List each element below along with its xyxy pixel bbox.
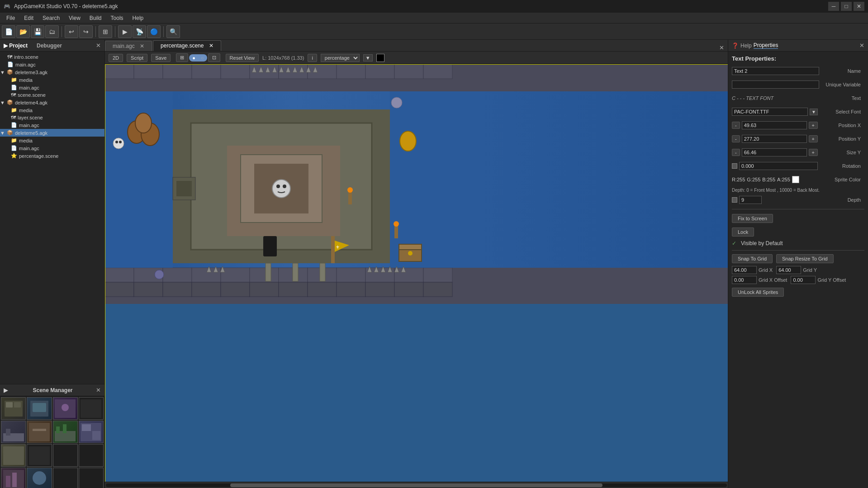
prop-sizey-inc[interactable]: + [809,149,818,156]
toolbar-play[interactable]: ▶ [118,25,132,38]
toolbar-save2[interactable]: 🗂 [45,25,59,38]
scene-thumb-4[interactable] [79,397,104,420]
info-btn[interactable]: i [308,54,317,62]
prop-snap-grid-btn[interactable]: Snap To Grid [732,254,773,263]
prop-sizey-dec[interactable]: - [732,149,740,156]
scrollbar-thumb-h[interactable] [230,483,603,487]
prop-posx-inc[interactable]: + [809,122,818,129]
viewport[interactable]: ⚜ [105,64,728,482]
tree-item-media-3[interactable]: 📁 media [0,137,104,144]
viewport-save-btn[interactable]: Save [151,54,171,62]
tree-item-intro-scene[interactable]: 🗺 intro.scene [0,53,104,61]
scene-manager-close[interactable]: ✕ [96,387,101,393]
toolbar-open[interactable]: 📂 [16,25,30,38]
prop-posy-dec[interactable]: - [732,135,740,142]
tree-item-deleteme5[interactable]: ▼ 📦 deleteme5.agk [0,129,104,137]
toolbar-undo[interactable]: ↩ [65,25,78,38]
scene-thumb-8[interactable] [79,421,104,443]
scene-thumb-16[interactable] [79,468,104,488]
tree-item-media-2[interactable]: 📁 media [0,106,104,114]
prop-posx-input[interactable] [742,121,807,129]
prop-gridxoffset-input[interactable] [732,276,757,284]
menu-build[interactable]: Build [85,14,106,22]
menu-search[interactable]: Search [38,14,64,22]
project-panel-close[interactable]: ✕ [96,42,101,49]
tree-item-main-agc-1[interactable]: 📄 main.agc [0,61,104,68]
right-panel-close[interactable]: ✕ [859,42,864,49]
viewport-scrollbar-h[interactable] [105,482,728,488]
tree-item-scene-scene[interactable]: 🗺 scene.scene [0,91,104,99]
tree-item-percentage-scene[interactable]: ⭐ percentage.scene [0,152,104,160]
prop-unique-input[interactable] [732,81,819,89]
project-tab[interactable]: ▶ Project [4,43,28,49]
toolbar-broadcast[interactable]: 📡 [133,25,146,38]
menu-help[interactable]: Help [128,14,148,22]
prop-color-swatch[interactable] [792,176,799,183]
tree-item-main-agc-3[interactable]: 📄 main.agc [0,121,104,129]
tree-item-main-agc-4[interactable]: 📄 main.agc [0,144,104,152]
menu-view[interactable]: View [64,14,85,22]
prop-unlock-btn[interactable]: UnLock All Sprites [732,288,784,297]
prop-posx-dec[interactable]: - [732,122,740,129]
scene-thumb-6[interactable] [27,421,52,443]
tab-close-percentage[interactable]: ✕ [209,43,213,49]
prop-gridy-input[interactable] [776,266,801,274]
tab-main-agc[interactable]: main.agc ✕ [105,41,152,51]
prop-posy-inc[interactable]: + [809,135,818,142]
scene-thumb-5[interactable] [1,421,26,443]
dot-grid-btn[interactable]: ⊡ [208,53,220,62]
prop-posy-input[interactable] [742,135,807,143]
scene-thumb-15[interactable] [53,468,78,488]
menu-tools[interactable]: Tools [106,14,128,22]
tree-item-media-1[interactable]: 📁 media [0,76,104,84]
scene-thumb-13[interactable] [1,468,26,488]
tab-percentage-scene[interactable]: percentage.scene ✕ [153,40,221,51]
tab-help[interactable]: Help [740,43,752,49]
tab-bar-close[interactable]: ✕ [716,44,728,51]
toolbar-remote[interactable]: 🔵 [147,25,161,38]
prop-font-input[interactable] [732,108,808,116]
toolbar-redo[interactable]: ↪ [79,25,93,38]
prop-gridx-input[interactable] [732,266,757,274]
tree-item-deleteme4[interactable]: ▼ 📦 deleteme4.agk [0,99,104,106]
tree-item-main-agc-2[interactable]: 📄 main.agc [0,84,104,91]
scene-select[interactable]: percentage [321,54,360,62]
prop-fixscreen-btn[interactable]: Fix to Screen [732,214,773,223]
viewport-script-btn[interactable]: Script [127,54,147,62]
prop-depth-input[interactable] [739,196,762,204]
viewport-2d-btn[interactable]: 2D [109,54,123,62]
close-button[interactable]: ✕ [854,2,864,11]
prop-font-dropdown[interactable]: ▼ [810,109,818,115]
toolbar-new[interactable]: 📄 [2,25,15,38]
tab-properties[interactable]: Properties [754,42,778,49]
bg-color-box[interactable] [376,54,384,62]
reset-view-btn[interactable]: Reset View [226,54,259,62]
scene-thumb-2[interactable] [27,397,52,420]
tab-close-main[interactable]: ✕ [140,43,144,49]
scene-thumb-7[interactable] [53,421,78,443]
tree-item-deleteme3[interactable]: ▼ 📦 deleteme3.agk [0,68,104,76]
prop-sizey-input[interactable] [742,148,807,156]
tree-item-layer-scene[interactable]: 🗺 layer.scene [0,114,104,121]
scene-thumb-9[interactable] [1,444,26,467]
scene-thumb-10[interactable] [27,444,52,467]
prop-lock-btn[interactable]: Lock [732,227,754,237]
scene-thumb-12[interactable] [79,444,104,467]
scene-dropdown-btn[interactable]: ▼ [363,54,373,62]
prop-name-input[interactable] [732,67,819,75]
toolbar-search[interactable]: 🔍 [166,25,180,38]
2d3d-toggle[interactable]: ● ○ [189,54,207,62]
scene-thumb-14[interactable] [27,468,52,488]
scene-thumb-3[interactable] [53,397,78,420]
minimize-button[interactable]: ─ [828,2,839,11]
toolbar-save[interactable]: 💾 [31,25,44,38]
prop-rotation-input[interactable] [739,162,818,170]
scene-thumb-1[interactable] [1,397,26,420]
toolbar-grid[interactable]: ⊞ [99,25,112,38]
prop-gridyoffset-input[interactable] [791,276,816,284]
menu-edit[interactable]: Edit [19,14,38,22]
grid-btn[interactable]: ⊞ [176,53,188,62]
menu-file[interactable]: File [2,14,19,22]
debugger-tab[interactable]: Debugger [37,43,62,49]
maximize-button[interactable]: □ [841,2,852,11]
